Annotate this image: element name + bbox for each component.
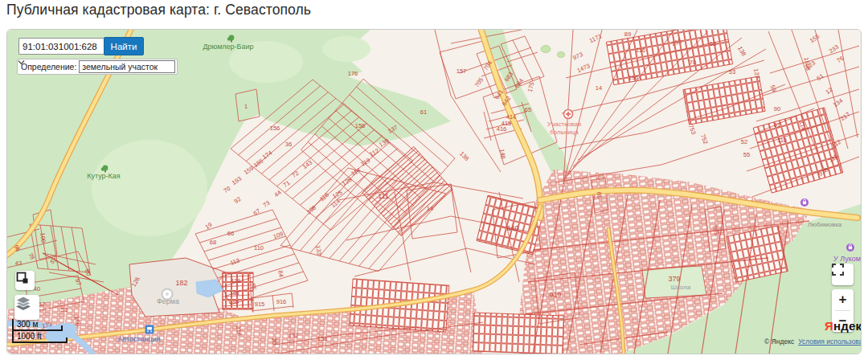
svg-text:90: 90 bbox=[774, 105, 780, 112]
svg-text:132: 132 bbox=[289, 332, 299, 339]
svg-text:больница: больница bbox=[550, 129, 579, 136]
svg-text:919: 919 bbox=[549, 291, 561, 299]
svg-text:156: 156 bbox=[270, 125, 280, 132]
svg-text:1: 1 bbox=[244, 103, 248, 110]
ruler-icon bbox=[15, 271, 35, 290]
svg-text:Автостанция: Автостанция bbox=[117, 335, 160, 343]
svg-text:63: 63 bbox=[596, 191, 604, 198]
svg-text:182: 182 bbox=[175, 279, 187, 287]
svg-text:157: 157 bbox=[457, 68, 467, 75]
search-input[interactable] bbox=[18, 38, 105, 55]
svg-text:416: 416 bbox=[497, 125, 507, 133]
svg-text:915: 915 bbox=[255, 301, 265, 308]
measure-button[interactable] bbox=[15, 271, 35, 290]
svg-text:110: 110 bbox=[254, 244, 264, 252]
search-button[interactable]: Найти bbox=[104, 37, 144, 55]
fullscreen-button[interactable] bbox=[832, 264, 854, 285]
svg-text:116: 116 bbox=[636, 47, 645, 54]
svg-text:55: 55 bbox=[743, 151, 750, 158]
svg-text:Кутур-Кая: Кутур-Кая bbox=[87, 172, 121, 180]
svg-text:89: 89 bbox=[624, 31, 631, 38]
svg-text:36: 36 bbox=[285, 141, 292, 148]
svg-text:156: 156 bbox=[355, 122, 366, 129]
yandex-logo[interactable]: Яндекс bbox=[825, 319, 862, 333]
svg-text:91: 91 bbox=[774, 121, 780, 129]
svg-text:111: 111 bbox=[378, 192, 389, 200]
svg-text:52: 52 bbox=[741, 138, 747, 145]
svg-text:53: 53 bbox=[61, 306, 68, 313]
copyright-text: © Яндекс bbox=[764, 338, 794, 346]
zoom-in-button[interactable]: + bbox=[832, 289, 854, 310]
svg-text:43: 43 bbox=[15, 260, 22, 267]
svg-text:418: 418 bbox=[231, 277, 241, 284]
attribution: © ЯндексУсловия использования bbox=[764, 338, 862, 346]
map-container[interactable]: 6817611561566113713911211911412812511136… bbox=[6, 29, 862, 354]
svg-text:85: 85 bbox=[249, 283, 257, 291]
svg-text:61: 61 bbox=[420, 108, 427, 116]
definition-row: Определение: земельный участок bbox=[17, 59, 178, 75]
svg-text:40: 40 bbox=[34, 285, 40, 292]
svg-text:Дрюмлер-Баир: Дрюмлер-Баир bbox=[203, 43, 253, 51]
svg-text:110: 110 bbox=[777, 137, 787, 144]
chevron-down-icon bbox=[18, 59, 177, 74]
terms-link[interactable]: Условия использования bbox=[798, 338, 862, 346]
definition-select[interactable]: земельный участок bbox=[79, 60, 175, 73]
layers-button[interactable] bbox=[14, 295, 39, 320]
svg-text:65: 65 bbox=[525, 106, 531, 113]
svg-text:Ферма: Ферма bbox=[157, 297, 179, 305]
svg-text:100: 100 bbox=[39, 232, 47, 243]
svg-text:68: 68 bbox=[210, 239, 216, 246]
svg-text:640: 640 bbox=[506, 224, 518, 232]
svg-text:379: 379 bbox=[668, 275, 680, 283]
svg-text:66: 66 bbox=[227, 230, 234, 237]
scale-bar: 300 м 1000 ft bbox=[12, 319, 68, 343]
svg-text:У Лукоморья: У Лукоморья bbox=[833, 255, 861, 263]
svg-text:14: 14 bbox=[427, 205, 433, 212]
map-image: 6817611561566113713911211911412812511136… bbox=[7, 30, 861, 354]
svg-text:181: 181 bbox=[230, 289, 240, 297]
fullscreen-icon bbox=[832, 264, 854, 285]
svg-text:Школа: Школа bbox=[671, 284, 691, 291]
svg-text:Любимовка: Любимовка bbox=[808, 221, 842, 228]
svg-text:70: 70 bbox=[690, 59, 696, 66]
page-title: Публичная кадастровая карта: г. Севастоп… bbox=[6, 2, 311, 18]
page: Публичная кадастровая карта: г. Севастоп… bbox=[0, 0, 868, 360]
svg-text:84: 84 bbox=[276, 270, 285, 278]
svg-text:176: 176 bbox=[348, 70, 358, 77]
layers-icon bbox=[14, 295, 39, 320]
scale-meters: 300 м bbox=[12, 319, 63, 331]
svg-text:180: 180 bbox=[229, 298, 240, 305]
scale-feet: 1000 ft bbox=[12, 331, 68, 343]
svg-text:52: 52 bbox=[39, 301, 45, 308]
svg-text:916: 916 bbox=[276, 298, 287, 305]
svg-text:68: 68 bbox=[710, 40, 716, 47]
svg-text:20: 20 bbox=[270, 338, 278, 346]
svg-text:158: 158 bbox=[317, 335, 328, 342]
svg-text:53: 53 bbox=[729, 68, 735, 76]
svg-text:14: 14 bbox=[596, 84, 602, 92]
svg-text:Участковая: Участковая bbox=[547, 121, 581, 128]
svg-text:196: 196 bbox=[628, 74, 639, 81]
